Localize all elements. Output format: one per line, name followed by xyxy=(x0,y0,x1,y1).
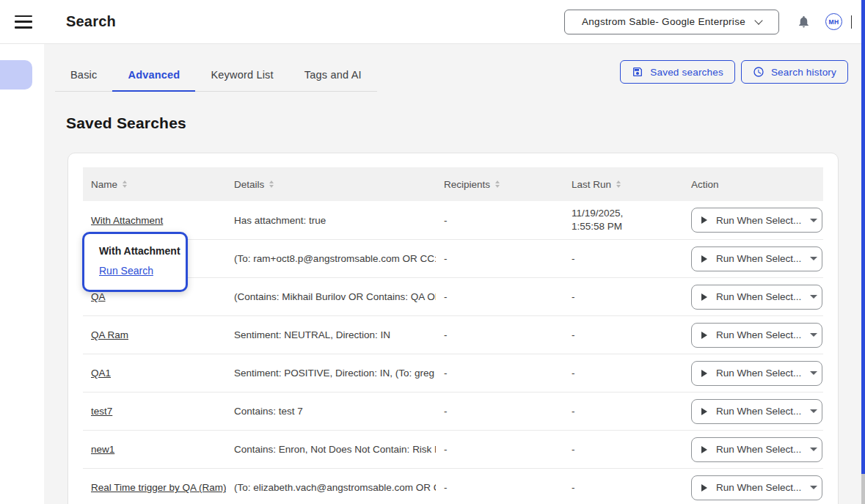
saved-search-name-link[interactable]: QA1 xyxy=(91,368,111,379)
recipients-cell: - xyxy=(436,285,563,308)
sort-icon[interactable] xyxy=(495,180,500,188)
saved-search-name-link[interactable]: Real Time trigger by QA (Ram) xyxy=(91,482,226,493)
last-run-cell: - xyxy=(563,285,683,310)
run-search-link[interactable]: Run Search xyxy=(99,265,153,277)
sort-icon[interactable] xyxy=(269,180,274,188)
run-when-selected-button[interactable]: Run When Select... xyxy=(691,475,822,500)
run-when-selected-button[interactable]: Run When Select... xyxy=(691,437,822,462)
play-icon xyxy=(701,408,707,415)
profile-chevron-down-icon[interactable] xyxy=(851,15,852,29)
caret-down-icon[interactable] xyxy=(810,333,817,337)
run-when-selected-button[interactable]: Run When Select... xyxy=(691,361,822,386)
org-selector-dropdown[interactable]: Angstrom Sable- Google Enterprise xyxy=(564,10,779,34)
table-header-row: Name Details Recipients Last Run Action xyxy=(83,167,823,201)
menu-icon[interactable] xyxy=(15,15,32,29)
recipients-cell: - xyxy=(436,476,563,499)
table-row: With Attachment Has attachment: true - 1… xyxy=(83,201,823,240)
last-run-cell: - xyxy=(563,323,683,348)
rail-active-pill[interactable] xyxy=(0,60,32,90)
caret-down-icon[interactable] xyxy=(810,448,817,451)
last-run-cell: - xyxy=(563,437,683,462)
details-cell: Contains: Enron, Not Does Not Contain: R… xyxy=(226,438,436,461)
saved-search-name-link[interactable]: With Attachment xyxy=(91,215,163,226)
details-cell: (Contains: Mikhail Burilov OR Contains: … xyxy=(226,285,436,308)
details-cell: (To: elizabeth.vach@angstromsable.com OR… xyxy=(226,476,436,499)
top-actions: Saved searches Search history xyxy=(620,60,848,84)
play-icon xyxy=(701,332,707,339)
save-icon xyxy=(632,66,643,78)
table-row: (To: ram+oct8.p@angstromsable.com OR CC:… xyxy=(83,240,823,278)
details-cell: Sentiment: NEUTRAL, Direction: IN xyxy=(226,324,436,346)
run-when-selected-button[interactable]: Run When Select... xyxy=(691,323,822,348)
table-body: With Attachment Has attachment: true - 1… xyxy=(83,201,823,504)
recipients-cell: - xyxy=(436,400,563,423)
recipients-cell: - xyxy=(436,324,563,346)
details-cell: Sentiment: POSITIVE, Direction: IN, (To:… xyxy=(226,362,436,384)
play-icon xyxy=(701,370,707,377)
caret-down-icon[interactable] xyxy=(810,409,817,413)
sort-icon[interactable] xyxy=(616,180,621,188)
run-when-selected-button[interactable]: Run When Select... xyxy=(691,246,822,271)
topbar-right: Angstrom Sable- Google Enterprise MH xyxy=(564,10,852,34)
page-title: Search xyxy=(66,13,116,30)
play-icon xyxy=(701,255,707,263)
saved-search-name-link[interactable]: new1 xyxy=(91,444,114,455)
saved-searches-heading: Saved Searches xyxy=(66,114,186,132)
recipients-cell: - xyxy=(436,362,563,384)
caret-down-icon[interactable] xyxy=(810,371,817,375)
recipients-cell: - xyxy=(436,247,563,270)
table-row: Real Time trigger by QA (Ram) (To: eliza… xyxy=(83,469,823,504)
last-run-cell: - xyxy=(563,475,683,500)
tab-tags-and-ai[interactable]: Tags and AI xyxy=(289,59,377,91)
notifications-bell-icon[interactable] xyxy=(797,15,811,29)
clock-icon xyxy=(753,66,764,78)
saved-searches-button[interactable]: Saved searches xyxy=(620,60,735,84)
play-icon xyxy=(701,293,707,301)
caret-down-icon[interactable] xyxy=(810,219,817,222)
recipients-cell: - xyxy=(436,209,563,232)
run-when-selected-button[interactable]: Run When Select... xyxy=(691,285,822,310)
details-cell: Contains: test 7 xyxy=(226,400,436,423)
column-header-details[interactable]: Details xyxy=(226,179,436,190)
saved-search-popover: With Attachment Run Search xyxy=(82,232,188,292)
table-row: test7 Contains: test 7 - - Run When Sele… xyxy=(83,392,823,431)
play-icon xyxy=(701,446,707,453)
table-row: QA1 Sentiment: POSITIVE, Direction: IN, … xyxy=(83,354,823,392)
details-cell: Has attachment: true xyxy=(226,209,436,232)
last-run-cell: - xyxy=(563,361,683,386)
run-when-selected-button[interactable]: Run When Select... xyxy=(691,399,822,424)
recipients-cell: - xyxy=(436,438,563,461)
caret-down-icon[interactable] xyxy=(810,486,817,489)
top-bar: Search Angstrom Sable- Google Enterprise… xyxy=(0,0,865,44)
tab-advanced[interactable]: Advanced xyxy=(112,59,195,91)
saved-searches-card: Name Details Recipients Last Run Action … xyxy=(67,153,839,504)
details-cell: (To: ram+oct8.p@angstromsable.com OR CC:… xyxy=(226,247,436,270)
table-row: QA (Contains: Mikhail Burilov OR Contain… xyxy=(83,278,823,316)
org-selector-label: Angstrom Sable- Google Enterprise xyxy=(582,16,745,27)
column-header-recipients[interactable]: Recipients xyxy=(436,179,563,190)
table-row: QA Ram Sentiment: NEUTRAL, Direction: IN… xyxy=(83,316,823,354)
search-history-button[interactable]: Search history xyxy=(741,60,848,84)
caret-down-icon[interactable] xyxy=(810,295,817,299)
column-header-last-run[interactable]: Last Run xyxy=(563,179,683,190)
tab-keyword-list[interactable]: Keyword List xyxy=(195,59,288,91)
column-header-action: Action xyxy=(683,179,823,190)
tab-basic[interactable]: Basic xyxy=(55,59,112,91)
scrollbar-track[interactable] xyxy=(861,474,865,504)
caret-down-icon[interactable] xyxy=(810,257,817,260)
run-when-selected-button[interactable]: Run When Select... xyxy=(691,208,822,233)
column-header-name[interactable]: Name xyxy=(83,179,226,190)
last-run-cell: - xyxy=(563,246,683,271)
sort-icon[interactable] xyxy=(123,180,127,188)
table-row: new1 Contains: Enron, Not Does Not Conta… xyxy=(83,431,823,469)
scrollbar-thumb[interactable] xyxy=(861,0,865,474)
play-icon xyxy=(701,484,707,492)
tabs-row: Basic Advanced Keyword List Tags and AI xyxy=(55,59,377,92)
saved-search-name-link[interactable]: QA xyxy=(91,291,106,302)
saved-search-name-link[interactable]: test7 xyxy=(91,406,112,417)
saved-search-name-link[interactable]: QA Ram xyxy=(91,329,128,340)
last-run-cell: 11/19/2025, 1:55:58 PM xyxy=(563,201,683,239)
last-run-cell: - xyxy=(563,399,683,424)
chevron-down-icon xyxy=(754,16,762,24)
user-avatar[interactable]: MH xyxy=(825,13,842,30)
